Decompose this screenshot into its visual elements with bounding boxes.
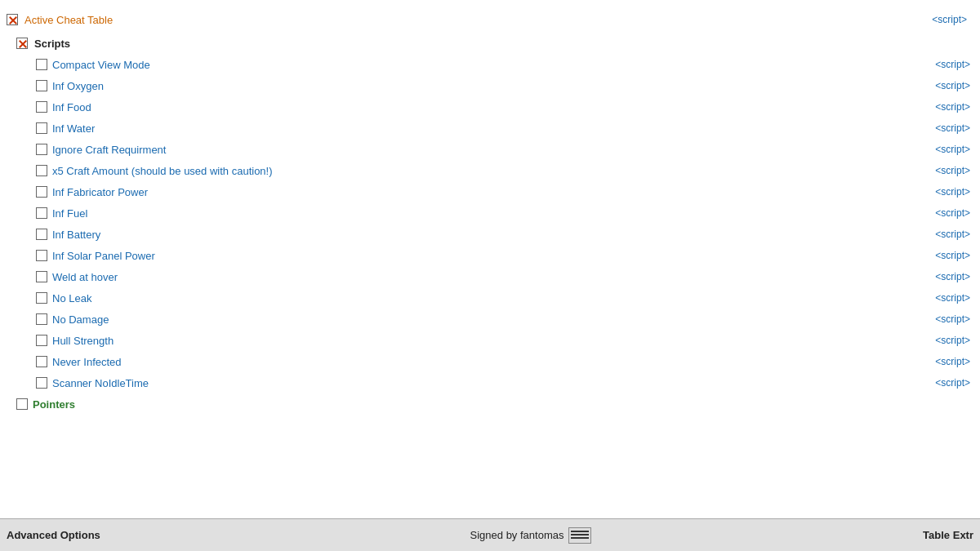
script-item-tag-no-damage: <script> <box>915 313 980 325</box>
script-item-checkbox-cell <box>0 356 47 367</box>
active-cheat-row: Active Cheat Table <script> <box>0 7 980 33</box>
script-item-label-never-infected: Never Infected <box>47 356 915 368</box>
script-item-checkbox-no-damage[interactable] <box>36 313 47 325</box>
table-extra[interactable]: Table Extr <box>892 529 973 541</box>
script-item-checkbox-cell <box>0 80 47 91</box>
script-item-checkbox-hull-strength[interactable] <box>36 335 47 346</box>
script-item-checkbox-x5-craft[interactable] <box>36 165 47 176</box>
compact-view-row: Compact View Mode <script> <box>0 54 980 75</box>
script-item-tag-inf-fuel: <script> <box>915 207 980 219</box>
script-item-label-ignore-craft: Ignore Craft Requirment <box>47 144 915 156</box>
script-item-checkbox-cell <box>0 144 47 155</box>
script-items-container: Inf Oxygen<script>Inf Food<script>Inf Wa… <box>0 75 980 393</box>
script-item-checkbox-cell <box>0 313 47 325</box>
script-item-label-inf-battery: Inf Battery <box>47 229 915 241</box>
script-item-checkbox-ignore-craft[interactable] <box>36 144 47 155</box>
script-item-row: No Damage<script> <box>0 309 980 330</box>
script-item-checkbox-cell <box>0 229 47 240</box>
script-item-checkbox-cell <box>0 250 47 261</box>
script-item-label-inf-fabricator: Inf Fabricator Power <box>47 186 915 198</box>
signature-icon <box>568 527 591 544</box>
script-item-tag-hull-strength: <script> <box>915 335 980 346</box>
script-item-tag-inf-solar: <script> <box>915 250 980 261</box>
scripts-group-label: Scripts <box>28 38 915 50</box>
script-item-tag-weld-hover: <script> <box>915 271 980 282</box>
script-item-checkbox-cell <box>0 377 47 389</box>
script-item-checkbox-cell <box>0 271 47 282</box>
active-cheat-checkbox-cell <box>3 14 18 25</box>
script-item-row: Inf Oxygen<script> <box>0 75 980 96</box>
script-item-row: Inf Fabricator Power<script> <box>0 181 980 202</box>
script-item-label-inf-oxygen: Inf Oxygen <box>47 80 915 92</box>
script-item-label-inf-water: Inf Water <box>47 122 915 135</box>
script-item-row: Weld at hover<script> <box>0 266 980 287</box>
script-item-checkbox-weld-hover[interactable] <box>36 271 47 282</box>
script-item-checkbox-inf-fuel[interactable] <box>36 207 47 219</box>
compact-view-checkbox[interactable] <box>36 59 47 70</box>
footer: Advanced Options Signed by fantomas Tabl… <box>0 518 980 551</box>
script-item-row: Inf Fuel<script> <box>0 202 980 224</box>
script-item-row: No Leak<script> <box>0 287 980 309</box>
pointers-checkbox[interactable] <box>16 398 28 410</box>
active-cheat-label: Active Cheat Table <box>18 14 911 26</box>
script-item-tag-no-leak: <script> <box>915 292 980 304</box>
script-item-tag-inf-oxygen: <script> <box>915 80 980 91</box>
script-item-checkbox-inf-battery[interactable] <box>36 229 47 240</box>
script-item-checkbox-scanner-noidletime[interactable] <box>36 377 47 389</box>
script-item-tag-inf-food: <script> <box>915 101 980 113</box>
script-item-checkbox-cell <box>0 122 47 134</box>
script-item-tag-scanner-noidletime: <script> <box>915 377 980 389</box>
script-item-label-no-damage: No Damage <box>47 313 915 326</box>
script-item-tag-never-infected: <script> <box>915 356 980 367</box>
footer-center: Signed by fantomas <box>170 527 892 544</box>
main-content: Active Cheat Table <script> Scripts Comp… <box>0 0 980 518</box>
script-item-label-hull-strength: Hull Strength <box>47 335 915 347</box>
compact-view-label: Compact View Mode <box>47 59 915 71</box>
script-item-checkbox-never-infected[interactable] <box>36 356 47 367</box>
script-item-row: Inf Battery<script> <box>0 224 980 245</box>
active-cheat-checkbox[interactable] <box>7 14 18 25</box>
advanced-options[interactable]: Advanced Options <box>7 529 170 541</box>
script-item-label-no-leak: No Leak <box>47 292 915 304</box>
script-item-checkbox-cell <box>0 335 47 346</box>
script-item-checkbox-inf-fabricator[interactable] <box>36 186 47 198</box>
script-item-checkbox-cell <box>0 165 47 176</box>
pointers-row: Pointers <box>0 393 980 415</box>
script-item-checkbox-no-leak[interactable] <box>36 292 47 304</box>
script-item-row: Hull Strength<script> <box>0 330 980 351</box>
script-item-row: Inf Solar Panel Power<script> <box>0 245 980 266</box>
scripts-group-checkbox[interactable] <box>16 38 28 49</box>
script-item-row: Ignore Craft Requirment<script> <box>0 139 980 160</box>
script-item-row: x5 Craft Amount (should be used with cau… <box>0 160 980 181</box>
script-item-checkbox-inf-food[interactable] <box>36 101 47 113</box>
script-item-label-inf-fuel: Inf Fuel <box>47 207 915 220</box>
script-item-checkbox-cell <box>0 101 47 113</box>
compact-view-checkbox-cell <box>0 59 47 70</box>
script-item-row: Inf Food<script> <box>0 96 980 118</box>
scripts-checkbox-cell <box>0 38 28 49</box>
pointers-label: Pointers <box>28 398 915 411</box>
script-item-checkbox-inf-water[interactable] <box>36 122 47 134</box>
pointers-checkbox-cell <box>0 398 28 410</box>
script-item-row: Never Infected<script> <box>0 351 980 372</box>
signed-by-text: Signed by fantomas <box>470 529 564 541</box>
script-item-label-inf-food: Inf Food <box>47 101 915 113</box>
script-item-row: Inf Water<script> <box>0 118 980 139</box>
script-item-label-weld-hover: Weld at hover <box>47 271 915 283</box>
script-item-tag-ignore-craft: <script> <box>915 144 980 155</box>
script-item-row: Scanner NoIdleTime<script> <box>0 372 980 393</box>
script-item-label-x5-craft: x5 Craft Amount (should be used with cau… <box>47 165 915 177</box>
script-item-label-scanner-noidletime: Scanner NoIdleTime <box>47 377 915 389</box>
active-cheat-script: <script> <box>911 14 977 25</box>
script-item-checkbox-cell <box>0 292 47 304</box>
scripts-group-row: Scripts <box>0 33 980 54</box>
script-item-tag-x5-craft: <script> <box>915 165 980 176</box>
script-item-tag-inf-water: <script> <box>915 122 980 134</box>
script-item-tag-inf-battery: <script> <box>915 229 980 240</box>
script-item-checkbox-inf-solar[interactable] <box>36 250 47 261</box>
script-item-checkbox-cell <box>0 207 47 219</box>
script-item-label-inf-solar: Inf Solar Panel Power <box>47 250 915 262</box>
script-item-checkbox-inf-oxygen[interactable] <box>36 80 47 91</box>
compact-view-script: <script> <box>915 59 980 70</box>
script-item-checkbox-cell <box>0 186 47 198</box>
